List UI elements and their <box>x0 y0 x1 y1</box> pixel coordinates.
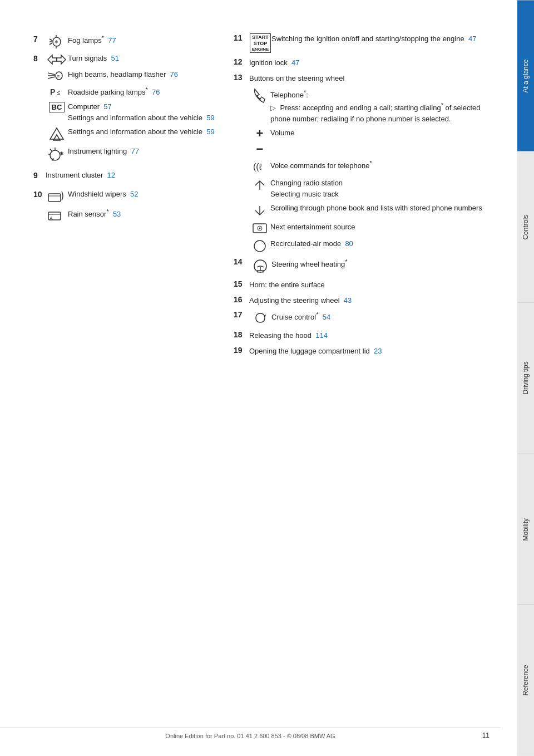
item-instrument-lighting: ✱ J Instrument lighting 77 <box>46 146 222 162</box>
item-text-13: Buttons on the steering wheel <box>249 73 495 84</box>
item-parking-lamps: P ≤ Roadside parking lamps* 76 <box>46 85 222 98</box>
svg-line-1 <box>50 39 52 41</box>
wiper-icon <box>46 189 68 204</box>
cruise-icon <box>249 310 271 326</box>
svg-line-20 <box>50 149 52 151</box>
turn-signal-icon <box>46 53 68 66</box>
recirculated-text: Recirculated-air mode 80 <box>270 238 353 249</box>
instrument-lighting-icon: ✱ J <box>46 146 68 162</box>
computer-bc-icon: BC <box>46 102 68 112</box>
voice-text: Voice commands for telephone* <box>270 159 372 171</box>
svg-marker-8 <box>57 55 66 64</box>
volume-plus-icon: + <box>249 127 270 140</box>
svg-text:P: P <box>50 87 55 96</box>
steering-volume-minus: − <box>249 143 495 155</box>
steering-scroll: Scrolling through phone book and lists w… <box>249 203 495 218</box>
item-num-11: 11 <box>234 33 249 42</box>
footer: Online Edition for Part no. 01 41 2 600 … <box>0 728 501 739</box>
item-num-16: 16 <box>234 295 249 304</box>
item-text-settings: Settings and information about the vehic… <box>68 126 222 138</box>
item-num-19: 19 <box>234 346 249 355</box>
item-rain-sensor: A Rain sensor* 53 <box>46 207 222 222</box>
tab-reference[interactable]: Reference <box>517 605 534 756</box>
svg-text:✱: ✱ <box>60 151 64 156</box>
item-12: 12 Ignition lock 47 <box>234 57 495 68</box>
item-text-11: Switching the ignition on/off and starti… <box>271 33 495 45</box>
item-8-turn: 8 Turn signals 51 <box>33 53 222 66</box>
item-text-instrument-lighting: Instrument lighting 77 <box>68 146 222 157</box>
svg-text:((ℓ: ((ℓ <box>253 162 262 171</box>
settings-triangle-icon <box>46 127 68 143</box>
tab-at-a-glance[interactable]: At a glance <box>517 0 534 151</box>
phone-text: Telephone*: ▷ Press: accepting and endin… <box>270 88 495 124</box>
footer-text: Online Edition for Part no. 01 41 2 600 … <box>165 733 335 739</box>
item-num-12: 12 <box>234 57 249 66</box>
sidebar-tabs: At a glance Controls Driving tips Mobili… <box>517 0 534 756</box>
item-text-rain: Rain sensor* 53 <box>68 207 222 220</box>
entertainment-icon <box>249 222 270 235</box>
item-11: 11 START STOP ENGINE Switching the ignit… <box>234 33 495 53</box>
parking-lamps-icon: P ≤ <box>46 86 68 98</box>
item-num-13: 13 <box>234 73 249 82</box>
recirculated-icon <box>249 238 270 254</box>
steering-radio: Changing radio stationSelecting music tr… <box>249 178 495 199</box>
fog-lamp-icon: ❄ <box>46 34 68 50</box>
scroll-icon <box>249 203 270 218</box>
svg-text:≡: ≡ <box>57 73 60 79</box>
item-text-9: Instrument cluster 12 <box>46 170 222 181</box>
item-num-18: 18 <box>234 330 249 339</box>
rain-sensor-icon: A <box>46 208 68 222</box>
steering-entertainment: Next entertainment source <box>249 222 495 235</box>
volume-minus-icon: − <box>249 143 270 155</box>
item-settings-triangle: Settings and information about the vehic… <box>46 126 222 143</box>
item-num-9: 9 <box>33 171 46 180</box>
steering-volume-plus: + Volume <box>249 127 495 140</box>
svg-point-34 <box>259 228 261 229</box>
item-text-computer: Computer 57 Settings and information abo… <box>68 101 222 123</box>
tab-mobility[interactable]: Mobility <box>517 454 534 605</box>
svg-line-3 <box>50 43 52 45</box>
svg-text:≤: ≤ <box>57 89 60 96</box>
item-19: 19 Opening the luggage compartment lid 2… <box>234 346 495 357</box>
steering-heat-icon <box>249 257 271 275</box>
svg-point-35 <box>254 240 265 252</box>
tab-controls[interactable]: Controls <box>517 151 534 303</box>
svg-line-10 <box>48 73 55 75</box>
scroll-text: Scrolling through phone book and lists w… <box>270 203 482 214</box>
item-text-highbeam: High beams, headlamp flasher 76 <box>68 69 222 80</box>
item-17: 17 Cruise control* 54 <box>234 310 495 326</box>
item-num-8: 8 <box>33 54 46 63</box>
right-column: 11 START STOP ENGINE Switching the ignit… <box>234 33 495 361</box>
item-text-18: Releasing the hood 114 <box>249 330 495 341</box>
steering-phone: Telephone*: ▷ Press: accepting and endin… <box>249 88 495 124</box>
svg-marker-16 <box>50 128 63 139</box>
item-text-16: Adjusting the steering wheel 43 <box>249 295 495 306</box>
left-column: 7 ❄ Fog lamps* 77 <box>33 33 222 361</box>
item-text-17: Cruise control* 54 <box>271 310 495 323</box>
steering-voice: ((ℓ Voice commands for telephone* <box>249 159 495 174</box>
item-text-8-turn: Turn signals 51 <box>68 53 222 64</box>
svg-text:A: A <box>50 215 53 221</box>
svg-text:J: J <box>52 157 54 162</box>
item-text-15: Horn: the entire surface <box>249 279 495 291</box>
item-7: 7 ❄ Fog lamps* 77 <box>33 33 222 50</box>
start-stop-engine-icon: START STOP ENGINE <box>249 33 271 53</box>
item-text-7: Fog lamps* 77 <box>68 33 222 46</box>
item-14: 14 Steering wheel heating* <box>234 257 495 275</box>
item-text-19: Opening the luggage compartment lid 23 <box>249 346 495 357</box>
item-num-15: 15 <box>234 279 249 288</box>
item-text-wipers: Windshield wipers 52 <box>68 189 222 200</box>
item-15: 15 Horn: the entire surface <box>234 279 495 291</box>
phone-icon <box>249 88 270 105</box>
tab-driving-tips[interactable]: Driving tips <box>517 302 534 454</box>
item-computer: BC Computer 57 Settings and information … <box>46 101 222 123</box>
item-num-14: 14 <box>234 257 249 266</box>
item-16: 16 Adjusting the steering wheel 43 <box>234 295 495 306</box>
item-highbeam: ≡ High beams, headlamp flasher 76 <box>46 69 222 82</box>
item-text-parking: Roadside parking lamps* 76 <box>68 85 222 98</box>
item-num-17: 17 <box>234 310 249 319</box>
svg-marker-7 <box>48 55 57 64</box>
voice-icon: ((ℓ <box>249 159 270 174</box>
high-beam-icon: ≡ <box>46 70 68 82</box>
item-9: 9 Instrument cluster 12 <box>33 170 222 181</box>
